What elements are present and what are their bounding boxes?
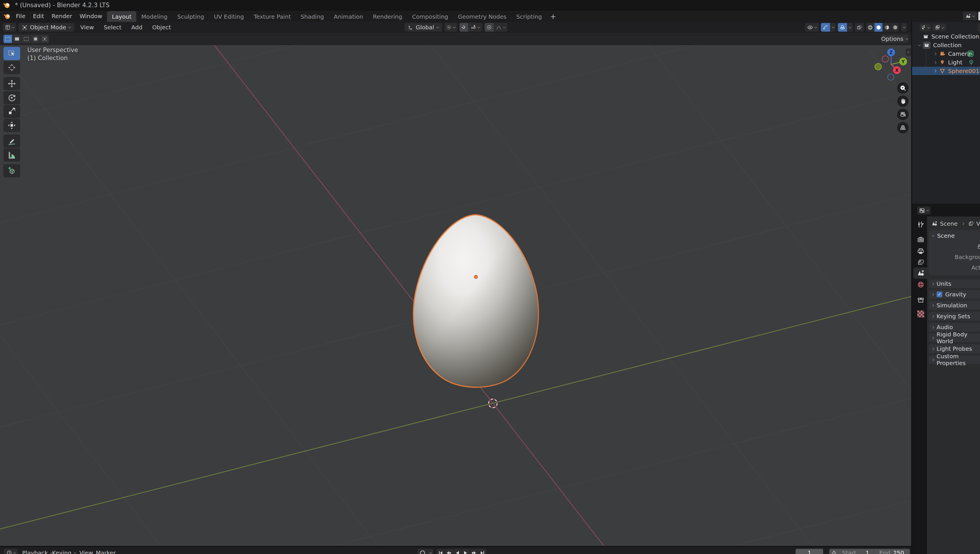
tab-modeling[interactable]: Modeling bbox=[136, 11, 172, 22]
visibility-dropdown[interactable] bbox=[805, 23, 819, 32]
tab-world[interactable] bbox=[916, 280, 925, 289]
outliner-filter-button-clipped[interactable] bbox=[978, 24, 980, 31]
timeline-editor-type-button[interactable] bbox=[4, 549, 18, 554]
row-sphere001[interactable]: Sphere001 bbox=[912, 67, 980, 75]
tool-add-cube[interactable] bbox=[3, 164, 20, 177]
scene-panel-title[interactable]: Scene bbox=[937, 232, 954, 239]
camera-data-icon[interactable] bbox=[967, 51, 974, 57]
tab-texture-paint[interactable]: Texture Paint bbox=[249, 11, 296, 22]
section-rigid-body-world[interactable]: Rigid Body World bbox=[929, 333, 980, 342]
current-frame-field[interactable]: 1 bbox=[796, 549, 823, 554]
menu-object[interactable]: Object bbox=[148, 23, 175, 32]
menu-render[interactable]: Render bbox=[48, 10, 76, 22]
shading-solid-button[interactable] bbox=[875, 23, 883, 32]
menu-edit[interactable]: Edit bbox=[29, 10, 48, 22]
select-mode-extend-button[interactable] bbox=[13, 35, 21, 43]
prev-keyframe-button[interactable] bbox=[445, 549, 453, 554]
chevron-right-icon[interactable] bbox=[934, 61, 937, 64]
tool-scale[interactable] bbox=[3, 105, 20, 118]
section-audio[interactable]: Audio bbox=[929, 323, 980, 331]
section-gravity[interactable]: ✓ Gravity bbox=[929, 290, 980, 299]
gravity-checkbox[interactable]: ✓ bbox=[937, 291, 942, 297]
tool-rotate[interactable] bbox=[3, 91, 20, 104]
select-mode-new-button[interactable] bbox=[3, 35, 12, 43]
show-gizmo-toggle[interactable] bbox=[821, 23, 830, 32]
tool-measure[interactable] bbox=[3, 148, 20, 162]
auto-keying-dropdown[interactable] bbox=[428, 549, 433, 554]
viewport-canvas[interactable]: Z Y X bbox=[0, 45, 911, 546]
view-layer-button-clipped[interactable] bbox=[978, 12, 980, 21]
tab-animation[interactable]: Animation bbox=[329, 11, 368, 22]
row-light[interactable]: Light bbox=[912, 58, 980, 67]
jump-to-end-button[interactable] bbox=[478, 549, 486, 554]
options-dropdown[interactable]: Options bbox=[881, 35, 908, 43]
tab-shading[interactable]: Shading bbox=[296, 11, 329, 22]
toggle-ortho-button[interactable] bbox=[897, 122, 909, 134]
zoom-button[interactable] bbox=[897, 82, 909, 94]
tab-texture[interactable] bbox=[916, 310, 925, 318]
row-camera[interactable]: Camera bbox=[912, 49, 980, 58]
chevron-right-icon[interactable] bbox=[934, 70, 937, 72]
outliner-display-mode-button[interactable] bbox=[932, 24, 946, 31]
show-overlays-toggle[interactable] bbox=[838, 23, 847, 32]
tab-sculpting[interactable]: Sculpting bbox=[172, 11, 209, 22]
shading-rendered-button[interactable] bbox=[891, 23, 899, 32]
proportional-editing-toggle[interactable] bbox=[485, 23, 494, 32]
pan-button[interactable] bbox=[897, 96, 909, 107]
tool-cursor[interactable] bbox=[3, 61, 20, 74]
jump-to-start-button[interactable] bbox=[436, 549, 445, 554]
tab-scene[interactable] bbox=[916, 269, 925, 277]
tab-rendering[interactable]: Rendering bbox=[368, 11, 407, 22]
menu-window[interactable]: Window bbox=[76, 10, 106, 22]
tab-render[interactable] bbox=[916, 236, 925, 244]
light-data-icon[interactable] bbox=[968, 59, 974, 65]
section-light-probes[interactable]: Light Probes bbox=[929, 344, 980, 353]
section-simulation[interactable]: Simulation bbox=[929, 301, 980, 310]
chevron-down-icon[interactable] bbox=[932, 234, 935, 237]
next-keyframe-button[interactable] bbox=[470, 549, 478, 554]
tab-compositing[interactable]: Compositing bbox=[407, 11, 453, 22]
timeline-keying-menu[interactable]: Keying bbox=[52, 549, 76, 554]
shading-dropdown[interactable] bbox=[901, 23, 907, 32]
transform-orientation-dropdown[interactable]: Global bbox=[405, 23, 442, 32]
menu-select[interactable]: Select bbox=[100, 23, 125, 32]
tab-object[interactable] bbox=[916, 296, 925, 304]
tab-geometry-nodes[interactable]: Geometry Nodes bbox=[453, 11, 512, 22]
section-custom-properties[interactable]: Custom Properties bbox=[929, 355, 980, 364]
tab-output[interactable] bbox=[916, 247, 925, 256]
auto-keying-toggle[interactable] bbox=[418, 549, 427, 554]
select-mode-difference-button[interactable] bbox=[31, 35, 40, 43]
select-mode-intersect-button[interactable] bbox=[40, 35, 49, 43]
sidebar-collapse-button[interactable] bbox=[906, 48, 911, 56]
tool-select-box[interactable] bbox=[3, 47, 20, 60]
pivot-point-dropdown[interactable] bbox=[445, 23, 457, 32]
outliner-editor-type-button[interactable] bbox=[919, 24, 931, 31]
timeline-playback-menu[interactable]: Playback bbox=[22, 549, 53, 554]
tab-tool[interactable] bbox=[916, 220, 925, 229]
menu-file[interactable]: File bbox=[12, 10, 29, 22]
tab-view-layer[interactable] bbox=[916, 258, 925, 267]
xray-toggle[interactable] bbox=[855, 23, 864, 32]
blender-logo-icon[interactable] bbox=[3, 13, 11, 20]
row-scene-collection[interactable]: Scene Collection bbox=[912, 32, 980, 41]
play-reverse-button[interactable] bbox=[453, 549, 461, 554]
falloff-dropdown[interactable] bbox=[494, 23, 507, 32]
snap-toggle[interactable] bbox=[460, 23, 468, 32]
start-frame-field[interactable]: Start 1 bbox=[829, 549, 873, 554]
breadcrumb-view-layer[interactable]: V bbox=[976, 220, 980, 227]
row-collection[interactable]: Collection bbox=[912, 41, 980, 49]
chevron-down-icon[interactable] bbox=[918, 43, 921, 46]
add-workspace-button[interactable]: + bbox=[547, 11, 559, 22]
tab-uv-editing[interactable]: UV Editing bbox=[209, 11, 249, 22]
tool-move[interactable] bbox=[3, 77, 20, 90]
tool-transform[interactable] bbox=[3, 119, 20, 132]
camera-view-button[interactable] bbox=[897, 109, 909, 120]
shading-material-button[interactable] bbox=[883, 23, 891, 32]
editor-type-button[interactable] bbox=[3, 23, 16, 32]
menu-add[interactable]: Add bbox=[128, 23, 146, 32]
select-mode-subtract-button[interactable] bbox=[22, 35, 30, 43]
overlays-dropdown[interactable] bbox=[848, 23, 853, 32]
play-button[interactable] bbox=[461, 549, 469, 554]
properties-editor-type-button[interactable] bbox=[917, 207, 931, 215]
shading-wireframe-button[interactable] bbox=[866, 23, 874, 32]
